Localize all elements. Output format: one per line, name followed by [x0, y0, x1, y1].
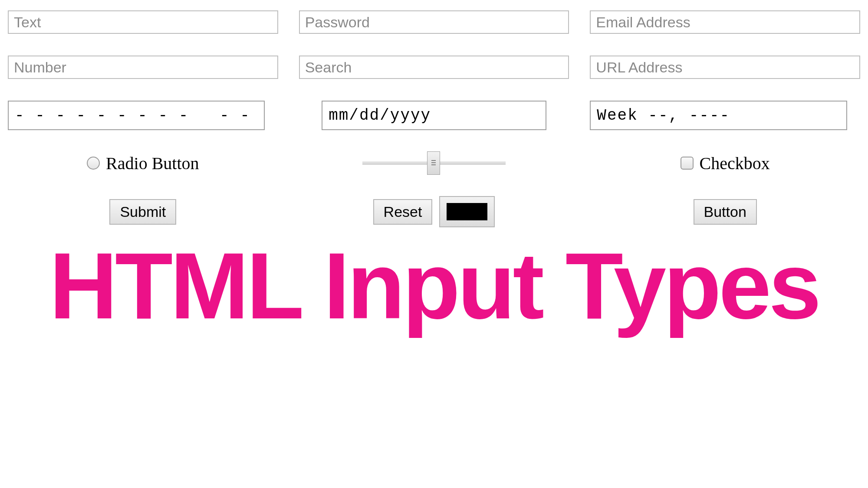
number-input[interactable]: [8, 56, 278, 79]
radio-label: Radio Button: [106, 153, 199, 174]
checkbox-label: Checkbox: [700, 153, 770, 174]
submit-button[interactable]: Submit: [109, 199, 176, 225]
slider-thumb[interactable]: [427, 151, 440, 175]
password-input[interactable]: [299, 10, 569, 34]
url-input[interactable]: [590, 56, 860, 79]
generic-button[interactable]: Button: [694, 199, 757, 225]
week-input[interactable]: [590, 101, 847, 130]
input-grid: Radio Button Checkbox Submit Reset Butto…: [0, 0, 868, 227]
search-input[interactable]: [299, 56, 569, 79]
range-slider[interactable]: [362, 152, 506, 174]
color-swatch-value: [447, 203, 487, 220]
reset-button[interactable]: Reset: [373, 199, 433, 225]
email-input[interactable]: [590, 10, 860, 34]
reset-color-group: Reset: [373, 196, 495, 227]
checkbox-option[interactable]: Checkbox: [681, 153, 770, 174]
color-input[interactable]: [439, 196, 495, 227]
tel-input[interactable]: [8, 101, 265, 130]
date-input[interactable]: [322, 101, 546, 130]
checkbox-icon: [681, 157, 694, 170]
page-title: HTML Input Types: [0, 246, 868, 326]
radio-option[interactable]: Radio Button: [87, 153, 199, 174]
radio-icon: [87, 157, 100, 170]
text-input[interactable]: [8, 10, 278, 34]
